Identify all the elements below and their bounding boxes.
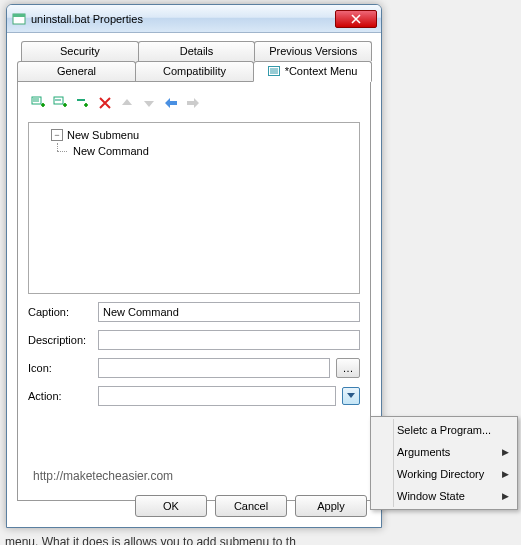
browse-icon-button[interactable]: … [336, 358, 360, 378]
menu-item-label: Arguments [397, 446, 450, 458]
properties-dialog: uninstall.bat Properties Security Detail… [6, 4, 382, 528]
icon-input[interactable] [98, 358, 330, 378]
caption-input[interactable] [98, 302, 360, 322]
move-down-button[interactable] [140, 94, 158, 112]
action-dropdown-button[interactable] [342, 387, 360, 405]
watermark-text: http://maketecheasier.com [33, 469, 173, 483]
tab-security[interactable]: Security [21, 41, 139, 61]
tab-general[interactable]: General [17, 61, 136, 81]
move-up-button[interactable] [118, 94, 136, 112]
toolbar [28, 92, 360, 114]
menu-tree[interactable]: − New Submenu New Command [28, 122, 360, 294]
icon-label: Icon: [28, 362, 92, 374]
cancel-button[interactable]: Cancel [215, 495, 287, 517]
menu-item-label: Working Directory [397, 468, 484, 480]
action-label: Action: [28, 390, 92, 402]
delete-button[interactable] [96, 94, 114, 112]
tree-root-label: New Submenu [67, 129, 139, 141]
chevron-down-icon [347, 393, 355, 399]
menu-item-label: Window State [397, 490, 465, 502]
add-submenu-button[interactable] [30, 94, 48, 112]
menu-item-window-state[interactable]: Window State ▶ [373, 485, 515, 507]
submenu-arrow-icon: ▶ [502, 469, 509, 479]
tree-collapse-icon[interactable]: − [51, 129, 63, 141]
tab-panel: − New Submenu New Command Caption: Descr… [17, 81, 371, 501]
back-button[interactable] [162, 94, 180, 112]
ellipsis-icon: … [343, 362, 354, 374]
close-button[interactable] [335, 10, 377, 28]
caption-label: Caption: [28, 306, 92, 318]
dialog-buttons: OK Cancel Apply [135, 495, 367, 517]
tab-details[interactable]: Details [138, 41, 256, 61]
tree-node-child[interactable]: New Command [33, 143, 355, 159]
tab-previous-versions[interactable]: Previous Versions [254, 41, 372, 61]
submenu-arrow-icon: ▶ [502, 491, 509, 501]
action-input[interactable] [98, 386, 336, 406]
description-label: Description: [28, 334, 92, 346]
app-icon [11, 11, 27, 27]
tabs: Security Details Previous Versions Gener… [17, 41, 371, 501]
titlebar[interactable]: uninstall.bat Properties [7, 5, 381, 33]
add-separator-button[interactable] [74, 94, 92, 112]
background-article-text: menu. What it does is allows you to add … [5, 535, 296, 545]
tab-context-menu-label: *Context Menu [285, 65, 358, 77]
menu-item-working-directory[interactable]: Working Directory ▶ [373, 463, 515, 485]
apply-button[interactable]: Apply [295, 495, 367, 517]
description-input[interactable] [98, 330, 360, 350]
tree-child-label: New Command [73, 145, 149, 157]
tree-node-root[interactable]: − New Submenu [33, 127, 355, 143]
action-dropdown-menu: Seletc a Program... Arguments ▶ Working … [370, 416, 518, 510]
forward-button[interactable] [184, 94, 202, 112]
menu-item-select-program[interactable]: Seletc a Program... [373, 419, 515, 441]
context-menu-tab-icon [268, 63, 280, 81]
ok-button[interactable]: OK [135, 495, 207, 517]
submenu-arrow-icon: ▶ [502, 447, 509, 457]
window-title: uninstall.bat Properties [31, 13, 335, 25]
tab-context-menu[interactable]: *Context Menu [253, 61, 372, 82]
menu-item-arguments[interactable]: Arguments ▶ [373, 441, 515, 463]
tab-compatibility[interactable]: Compatibility [135, 61, 254, 81]
add-command-button[interactable] [52, 94, 70, 112]
svg-rect-10 [55, 99, 61, 101]
tree-connector-icon [51, 143, 71, 159]
svg-rect-1 [13, 14, 25, 17]
menu-item-label: Seletc a Program... [397, 424, 491, 436]
